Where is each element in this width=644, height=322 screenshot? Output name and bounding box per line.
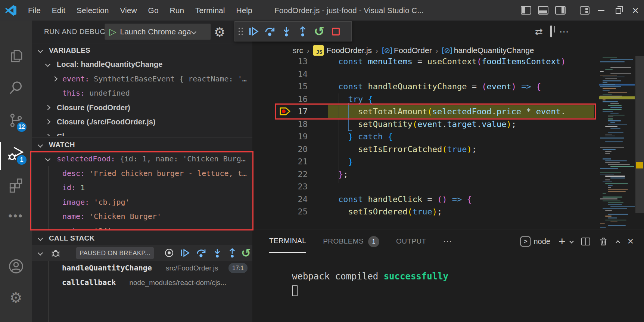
line-number[interactable]: 22 [252, 168, 308, 181]
stack-frame-row[interactable]: handleQuantityChangesrc/FoodOrder.js17:1 [32, 261, 252, 275]
variable-row[interactable]: name:'Chicken Burger' [32, 209, 252, 223]
accounts-icon[interactable] [0, 253, 32, 279]
code-line-13[interactable]: 13const menuItems = useContext(foodItems… [252, 55, 644, 68]
toolbar-drag-handle[interactable] [239, 28, 243, 35]
line-number[interactable]: 19 [252, 130, 308, 143]
code-line-19[interactable]: 19 } catch { [252, 130, 644, 143]
breakpoint-current-icon[interactable] [279, 106, 291, 116]
code-line-18[interactable]: 18 setQuantity(event.target.value); [252, 118, 644, 131]
chevron-down-icon[interactable] [45, 156, 50, 161]
menu-edit[interactable]: Edit [46, 6, 71, 15]
chevron-right-icon[interactable] [52, 76, 57, 81]
menu-file[interactable]: File [22, 6, 46, 15]
variables-section-header[interactable]: VARIABLES [32, 43, 252, 57]
restart-icon[interactable]: ↺ [240, 247, 252, 259]
tab-terminal[interactable]: TERMINAL [269, 230, 306, 253]
scope-row[interactable]: Closure (FoodOrder) [32, 100, 252, 115]
scope-row[interactable]: Closure (./src/FoodOrder.js) [32, 115, 252, 129]
open-changes-icon[interactable]: ⇄ [535, 26, 543, 37]
session-chevron-icon[interactable] [38, 250, 43, 256]
line-number[interactable]: 13 [252, 55, 308, 68]
code-line-24[interactable]: 24const handleClick = () => { [252, 193, 644, 206]
menu-help[interactable]: Help [230, 6, 258, 15]
restore-button[interactable] [610, 0, 627, 21]
toggle-secondary-sidebar-icon[interactable] [555, 6, 566, 15]
code-line-21[interactable]: 21 } [252, 155, 644, 168]
minimize-button[interactable] [592, 0, 610, 21]
maximize-panel-icon[interactable] [616, 240, 620, 244]
more-views-icon[interactable]: ••• [0, 203, 32, 229]
customize-layout-icon[interactable] [580, 6, 589, 15]
chevron-down-icon[interactable] [45, 62, 50, 67]
line-number[interactable]: 18 [252, 118, 308, 131]
debug-settings-gear-icon[interactable]: ⚙ [214, 25, 225, 40]
code-line-22[interactable]: 22}; [252, 168, 644, 181]
code-line-20[interactable]: 20 setIsErrorCatched(true); [252, 143, 644, 156]
minimap[interactable] [599, 56, 635, 229]
step-into-icon[interactable] [211, 247, 223, 259]
code-area[interactable]: 13const menuItems = useContext(foodItems… [252, 55, 644, 229]
breadcrumb-symbol[interactable]: handleQuantityChange [454, 46, 534, 55]
variable-row[interactable]: this:undefined [32, 86, 252, 100]
scrollbar-slider[interactable] [635, 56, 644, 213]
explorer-icon[interactable] [0, 43, 32, 69]
terminal-dropdown-icon[interactable] [569, 239, 573, 243]
chevron-right-icon[interactable] [45, 133, 50, 136]
step-out-icon[interactable] [226, 247, 238, 259]
source-control-icon[interactable]: 12 [0, 107, 32, 133]
close-panel-icon[interactable]: × [628, 235, 634, 247]
code-line-15[interactable]: 15const handleQuantityChange = (event) =… [252, 80, 644, 93]
chevron-right-icon[interactable] [45, 119, 50, 124]
toggle-panel-icon[interactable] [538, 6, 548, 15]
variable-row[interactable]: event:SyntheticBaseEvent {_reactName: '… [32, 72, 252, 86]
code-line-16[interactable]: 16 try { [252, 93, 644, 106]
step-over-icon[interactable] [262, 24, 278, 39]
settings-gear-icon[interactable]: ⚙ [0, 285, 32, 311]
tab-problems[interactable]: PROBLEMS1 [323, 230, 379, 253]
editor-more-actions-icon[interactable]: ⋯ [559, 26, 569, 37]
variable-row[interactable]: price:'24' [32, 224, 252, 230]
call-stack-section-header[interactable]: CALL STACK [32, 231, 252, 245]
overview-ruler[interactable] [635, 43, 644, 229]
breakpoint-activation-icon[interactable] [163, 247, 175, 259]
run-and-debug-icon[interactable]: 1 [0, 140, 32, 166]
split-editor-icon[interactable] [550, 26, 552, 37]
search-icon[interactable] [0, 75, 32, 101]
breadcrumb-symbol[interactable]: FoodOrder [394, 46, 432, 55]
scope-row[interactable]: Local: handleQuantityChange [32, 57, 252, 71]
menu-terminal[interactable]: Terminal [190, 6, 230, 15]
line-number[interactable]: 20 [252, 143, 308, 156]
menu-go[interactable]: Go [143, 6, 164, 15]
line-number[interactable]: 21 [252, 155, 308, 168]
line-number[interactable]: 15 [252, 80, 308, 93]
breadcrumb-folder[interactable]: src [293, 46, 303, 55]
stack-frame-row[interactable]: callCallbacknode_modules/react-dom/cjs..… [32, 275, 252, 290]
variable-row[interactable]: id:1 [32, 180, 252, 195]
line-number[interactable]: 25 [252, 205, 308, 218]
scope-row[interactable]: Cl [32, 129, 252, 136]
watch-section-header[interactable]: WATCH [32, 137, 252, 152]
step-out-icon[interactable] [295, 24, 311, 39]
line-number[interactable]: 24 [252, 193, 308, 206]
toggle-sidebar-icon[interactable] [521, 6, 531, 15]
launch-config-dropdown[interactable]: ▷ Launch Chrome aga [105, 24, 211, 40]
line-number[interactable]: 14 [252, 68, 308, 81]
close-button[interactable]: × [627, 0, 644, 21]
menu-view[interactable]: View [114, 6, 142, 15]
variable-row[interactable]: selectedFood:{id: 1, name: 'Chicken Burg… [32, 152, 252, 166]
continue-icon[interactable] [245, 24, 262, 39]
variable-row[interactable]: image:'cb.jpg' [32, 195, 252, 209]
split-terminal-icon[interactable] [581, 238, 590, 245]
continue-icon[interactable] [179, 247, 191, 259]
call-stack-session-row[interactable]: PAUSED ON BREAKP... ↺ [32, 245, 264, 261]
line-number[interactable]: 16 [252, 93, 308, 106]
step-into-icon[interactable] [278, 24, 295, 39]
menu-selection[interactable]: Selection [71, 6, 114, 15]
code-line-14[interactable]: 14 [252, 68, 644, 81]
new-terminal-icon[interactable]: + [559, 235, 566, 247]
code-line-23[interactable]: 23 [252, 180, 644, 193]
menu-run[interactable]: Run [164, 6, 190, 15]
variable-row[interactable]: desc:'Fried chicken burger - lettuce, t… [32, 166, 252, 180]
tab-output[interactable]: OUTPUT [396, 230, 426, 253]
stop-icon[interactable] [327, 24, 344, 39]
